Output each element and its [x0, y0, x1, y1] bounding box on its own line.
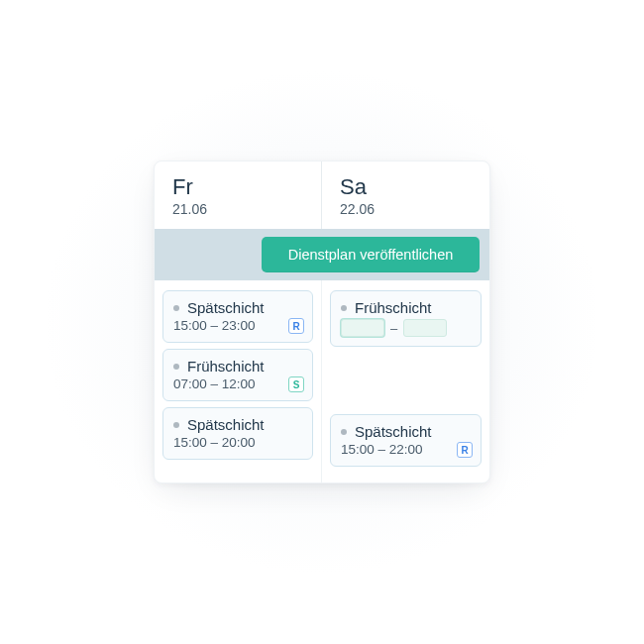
- day-abbr: Fr: [172, 175, 305, 199]
- day-date: 21.06: [172, 201, 305, 217]
- status-dot-icon: [341, 305, 347, 311]
- publish-schedule-button[interactable]: Dienstplan veröffentlichen: [262, 237, 480, 272]
- status-dot-icon: [173, 305, 179, 311]
- shift-name: Spätschicht: [187, 299, 265, 316]
- status-dot-icon: [341, 429, 347, 435]
- shift-card-editing[interactable]: Frühschicht –: [330, 290, 482, 347]
- shift-name: Frühschicht: [187, 358, 265, 375]
- day-abbr: Sa: [340, 175, 474, 199]
- day-column-sa[interactable]: Sa 22.06: [322, 161, 489, 229]
- publish-bar: Dienstplan veröffentlichen: [155, 229, 489, 280]
- shift-end-input[interactable]: [403, 319, 447, 337]
- shift-time: 15:00 – 22:00: [341, 442, 471, 457]
- time-separator: –: [390, 321, 397, 336]
- shift-name: Frühschicht: [355, 299, 432, 316]
- shift-card[interactable]: Spätschicht 15:00 – 22:00 R: [330, 414, 482, 467]
- day-column-fr[interactable]: Fr 21.06: [155, 161, 322, 229]
- shift-card[interactable]: Spätschicht 15:00 – 20:00: [162, 407, 313, 460]
- shift-spacer: [328, 353, 483, 410]
- shift-name: Spätschicht: [355, 423, 432, 440]
- status-dot-icon: [173, 422, 179, 428]
- day-header: Fr 21.06 Sa 22.06: [155, 161, 489, 229]
- shift-card[interactable]: Spätschicht 15:00 – 23:00 R: [162, 290, 313, 343]
- tag-r-icon: R: [457, 442, 473, 458]
- shift-time: 15:00 – 23:00: [173, 318, 302, 333]
- shift-time: 07:00 – 12:00: [173, 376, 302, 391]
- shift-time: 15:00 – 20:00: [173, 435, 302, 450]
- shift-start-input[interactable]: [341, 319, 384, 337]
- day-date: 22.06: [340, 201, 474, 217]
- shift-grid: Spätschicht 15:00 – 23:00 R Frühschicht …: [155, 280, 489, 483]
- shift-name: Spätschicht: [187, 416, 265, 433]
- shift-column-sa: Frühschicht – Spätschicht 15:00 –: [322, 280, 489, 483]
- shift-column-fr: Spätschicht 15:00 – 23:00 R Frühschicht …: [155, 280, 322, 483]
- shift-time-editor: –: [341, 319, 471, 337]
- status-dot-icon: [173, 364, 179, 370]
- tag-s-icon: S: [288, 376, 304, 392]
- shift-card[interactable]: Frühschicht 07:00 – 12:00 S: [162, 349, 313, 401]
- schedule-card: Fr 21.06 Sa 22.06 Dienstplan veröffentli…: [154, 161, 490, 483]
- tag-r-icon: R: [288, 318, 304, 334]
